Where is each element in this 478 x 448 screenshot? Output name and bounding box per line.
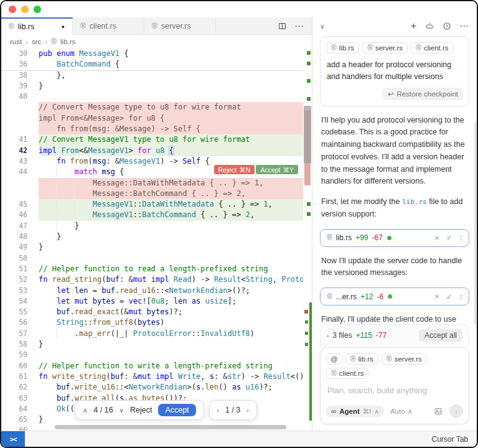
chevron-up-icon: ∧ <box>374 408 379 415</box>
expand-collapse-icon[interactable]: ∧∨ <box>459 235 462 241</box>
breadcrumb-file[interactable]: lib.rs <box>60 38 75 45</box>
code-line: 46 MessageV1::BatchCommand { .. } => 2, <box>1 210 303 220</box>
rust-file-icon: ® <box>331 370 337 377</box>
remote-indicator-icon[interactable]: >< <box>1 431 25 447</box>
lines-removed: -67 <box>372 233 383 242</box>
code-line: 53 let len = buf.read_u16::<NetworkEndia… <box>1 286 303 296</box>
rust-file-icon: ® <box>9 23 14 30</box>
code-line: 62 buf.write_u16::<NetworkEndian>(s.len(… <box>1 382 303 393</box>
chat-more-actions-icon[interactable]: ⋯ <box>459 21 469 32</box>
code-line: 60// Helper function to write a length-p… <box>1 361 303 371</box>
reject-file-icon[interactable]: × <box>434 292 439 301</box>
scrollbar-thumb[interactable] <box>304 106 311 163</box>
file-chip[interactable]: ®client.rs <box>411 42 453 54</box>
model-selector[interactable]: Auto ∧ <box>390 407 413 416</box>
code-line: 51// Helper function to read a length-pr… <box>1 264 303 274</box>
code-lines: 30pub enum MessageV1 {36 BatchCommand {3… <box>1 49 303 431</box>
accept-change-button[interactable]: Accept⌘Y <box>256 165 298 174</box>
minimize-window-button[interactable] <box>21 6 29 13</box>
editor-more-actions-icon[interactable]: ⋯ <box>294 21 304 32</box>
user-chips: ®lib.rs®server.rs®client.rs <box>326 42 463 54</box>
rust-file-icon: ® <box>367 44 373 52</box>
file-chip[interactable]: ®lib.rs <box>326 42 359 54</box>
expand-files-icon[interactable]: › <box>327 332 329 339</box>
code-line: 58} <box>1 339 303 350</box>
horizontal-scrollbar[interactable] <box>55 425 286 429</box>
chat-pane: ∨ + ⋯ ®lib.rs®server.rs®client.rs add a … <box>312 17 477 431</box>
inline-diff-widget: Reject⌘N Accept⌘Y <box>214 165 298 174</box>
file-pager: 1 / 3 <box>225 406 240 414</box>
send-button[interactable]: ↑ <box>449 404 463 418</box>
main-split: ® lib.rs ● ® client.rs ® server.rs ⋯ <box>1 17 477 431</box>
total-removed: -77 <box>376 331 387 340</box>
tab-client-rs[interactable]: ® client.rs <box>73 17 144 34</box>
file-diff-card-server[interactable]: ® ...er.rs +12 -6 × ✓ ∧∨ <box>320 287 469 306</box>
rust-file-icon: ® <box>350 355 356 363</box>
rust-file-icon: ® <box>327 234 332 241</box>
chat-scrollbar[interactable] <box>474 122 476 324</box>
zoom-window-button[interactable] <box>34 6 41 13</box>
split-editor-icon[interactable] <box>278 22 287 30</box>
assistant-paragraph: First, let me modify the lib.rs file to … <box>321 196 468 221</box>
editor-pane: ® lib.rs ● ® client.rs ® server.rs ⋯ <box>1 17 312 431</box>
new-chat-icon[interactable]: + <box>411 21 416 31</box>
code-line: 48 } <box>1 231 303 242</box>
attach-image-icon[interactable] <box>433 407 443 416</box>
chat-input-box[interactable]: @ ®lib.rs®server.rs®client.rs Plan, sear… <box>320 347 469 424</box>
cursor-tab-status[interactable]: Cursor Tab <box>432 435 477 444</box>
file-name: ...er.rs <box>336 292 357 301</box>
code-line: 59 <box>1 350 303 360</box>
tab-label: lib.rs <box>18 22 34 31</box>
editor-tabbar: ® lib.rs ● ® client.rs ® server.rs ⋯ <box>1 17 312 35</box>
agent-mode-selector[interactable]: ∞ Agent ⌘I ∧ <box>326 406 384 417</box>
reject-change-button[interactable]: Reject⌘N <box>214 165 255 174</box>
add-context-button[interactable]: @ <box>326 353 342 365</box>
chevron-up-icon[interactable]: ∧ <box>83 407 87 414</box>
chat-header: ∨ + ⋯ <box>312 17 477 35</box>
modified-dot-icon[interactable]: ● <box>62 24 65 30</box>
tab-lib-rs[interactable]: ® lib.rs ● <box>1 17 73 35</box>
accept-button[interactable]: Accept <box>158 404 195 416</box>
breadcrumb-dir[interactable]: src <box>32 38 41 45</box>
diff-marker <box>307 97 311 101</box>
pager-left-icon[interactable]: ‹ <box>217 407 219 414</box>
code-line: 41// Convert MessageV1 type to u8 for wi… <box>1 134 303 145</box>
tab-server-rs[interactable]: ® server.rs <box>144 17 216 34</box>
file-chip[interactable]: ®server.rs <box>362 42 408 54</box>
collapse-chat-icon[interactable]: ∨ <box>320 23 324 30</box>
file-chip[interactable]: ®client.rs <box>326 368 368 379</box>
tab-label: client.rs <box>90 22 116 30</box>
accept-file-icon[interactable]: ✓ <box>446 292 452 301</box>
rust-file-icon: ® <box>387 355 392 363</box>
lines-removed: -6 <box>377 292 384 301</box>
chat-input-placeholder[interactable]: Plan, search, build anything <box>327 386 462 395</box>
history-icon[interactable] <box>443 22 451 30</box>
breadcrumb-root[interactable]: rust <box>10 38 22 45</box>
tabbar-actions: ⋯ <box>270 17 312 34</box>
file-chip[interactable]: ®lib.rs <box>345 353 378 365</box>
reject-file-icon[interactable]: × <box>434 233 439 243</box>
breadcrumb[interactable]: rust › src › ® lib.rs <box>1 35 312 49</box>
code-editor[interactable]: 30pub enum MessageV1 {36 BatchCommand {3… <box>1 49 312 431</box>
pager-right-icon[interactable]: › <box>246 407 248 414</box>
close-window-button[interactable] <box>9 6 16 13</box>
tab-label: server.rs <box>161 22 191 30</box>
assistant-paragraph: I'll help you add protocol versioning to… <box>321 114 468 189</box>
reject-all-button[interactable]: Reject <box>130 406 152 414</box>
accept-file-icon[interactable]: ✓ <box>446 233 452 242</box>
file-diff-card-lib[interactable]: ® lib.rs +99 -67 × ✓ ∧∨ <box>320 229 469 247</box>
accept-all-button[interactable]: Accept all <box>419 329 462 342</box>
cloud-icon[interactable] <box>424 22 434 30</box>
chevron-down-icon[interactable]: ∨ <box>120 407 124 414</box>
diff-marker <box>304 310 308 314</box>
restore-checkpoint-button[interactable]: ↩ Restore checkpoint <box>383 88 463 100</box>
statusbar: >< Cursor Tab <box>1 431 477 447</box>
file-chip[interactable]: ®server.rs <box>382 353 427 365</box>
overview-ruler[interactable] <box>303 49 312 431</box>
diff-marker <box>307 51 311 55</box>
restore-arrow-icon: ↩ <box>388 90 394 98</box>
change-counter: 4 / 16 <box>93 406 113 414</box>
rust-file-icon: ® <box>152 22 157 30</box>
expand-collapse-icon[interactable]: ∧∨ <box>459 294 462 300</box>
code-line: 57 .map_err(|_| ProtocolError::InvalidUt… <box>1 329 303 339</box>
